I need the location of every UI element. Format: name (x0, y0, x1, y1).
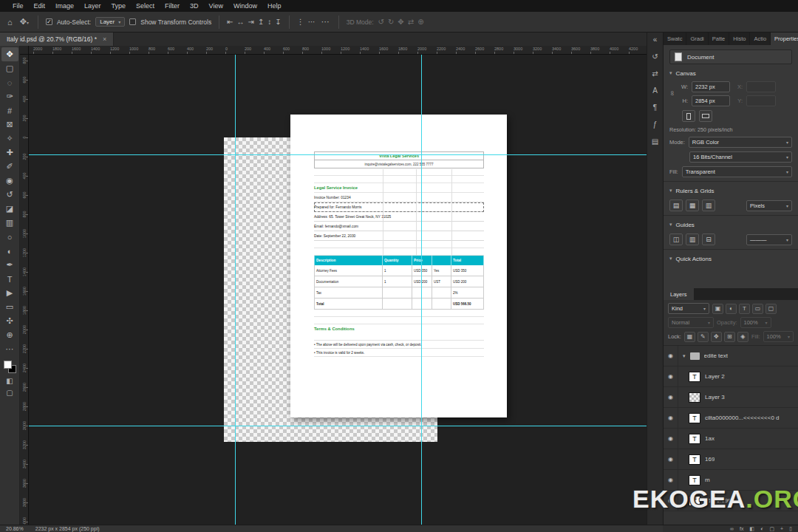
color-swatches[interactable] (4, 361, 16, 373)
orientation-portrait-button[interactable] (682, 110, 695, 122)
healing-brush-tool[interactable]: ✚ (1, 146, 18, 160)
layer-visibility-eye-icon[interactable]: ◉ (664, 429, 678, 449)
panel-tab-histo[interactable]: Histo (729, 33, 750, 45)
eraser-tool[interactable]: ◪ (1, 202, 18, 216)
guide-style-dropdown[interactable]: ———▾ (746, 234, 792, 245)
lock-pixels-icon[interactable]: ✎ (698, 332, 709, 342)
type-tool[interactable]: T (1, 272, 18, 286)
guide-vertical[interactable] (421, 55, 422, 525)
adjustment-layer-icon[interactable]: ◐ (760, 525, 763, 532)
layer-name[interactable]: m (705, 477, 710, 483)
menu-select[interactable]: Select (131, 0, 160, 12)
vertical-ruler[interactable]: 8006004002000200400600800100012001400160… (20, 55, 29, 525)
paragraph-panel-icon[interactable]: ¶ (653, 103, 657, 112)
rulers-grids-section-header[interactable]: ▾ Rulers & Grids (669, 185, 792, 197)
dodge-tool[interactable]: ◐ (1, 244, 18, 258)
opacity-field[interactable]: 100%▾ (740, 317, 771, 328)
edit-toolbar[interactable]: ⋯ (1, 342, 18, 356)
layer-row[interactable]: ◉▾edite text (664, 346, 798, 366)
filter-adjustment-icon[interactable]: ◐ (726, 304, 737, 314)
width-field[interactable]: 2232 px (692, 81, 730, 92)
text-layer-thumbnail[interactable]: T (689, 413, 700, 423)
3d-roll-icon[interactable]: ↻ (388, 18, 394, 26)
screen-mode-icon[interactable]: ▢ (6, 389, 13, 397)
layer-visibility-eye-icon[interactable]: ◉ (664, 449, 678, 469)
marquee-tool[interactable]: ▢ (1, 61, 18, 75)
layer-visibility-eye-icon[interactable]: ◉ (664, 387, 678, 407)
text-layer-thumbnail[interactable]: T (689, 372, 700, 382)
layer-name[interactable]: 1ax (705, 435, 715, 442)
clear-guides-icon[interactable]: ⊟ (702, 233, 715, 245)
menu-3d[interactable]: 3D (185, 0, 204, 12)
align-right-icon[interactable]: ⇥ (248, 18, 254, 26)
filter-type-icon[interactable]: T (739, 304, 750, 314)
grid-settings-icon[interactable]: ▥ (702, 200, 715, 211)
align-center-h-icon[interactable]: ↔ (237, 18, 245, 26)
panel-tab-patte[interactable]: Patte (709, 33, 730, 45)
crop-tool[interactable]: # (1, 103, 18, 117)
add-guide-icon[interactable]: ◫ (669, 233, 683, 245)
align-center-v-icon[interactable]: ↕ (267, 18, 271, 26)
layer-name[interactable]: 169 (705, 456, 715, 463)
auto-select-checkbox[interactable]: ✓ (46, 18, 52, 25)
layer-name[interactable]: Layer 2 (705, 373, 725, 380)
document-properties-row[interactable]: Document (669, 50, 792, 64)
document-tab[interactable]: Italy id.psd @ 20.7% (RGB/16) * × (0, 33, 114, 46)
lock-artboard-icon[interactable]: ⊞ (724, 332, 735, 342)
guides-section-header[interactable]: ▾ Guides (669, 219, 792, 231)
guide-horizontal[interactable] (29, 154, 647, 155)
show-transform-checkbox[interactable]: ✓ (129, 18, 136, 25)
quick-actions-section-header[interactable]: ▾ Quick Actions (669, 253, 792, 265)
blend-mode-dropdown[interactable]: Normal▾ (668, 317, 714, 328)
text-layer-thumbnail[interactable]: T (689, 434, 700, 444)
lasso-tool[interactable]: ◌ (1, 75, 18, 89)
guide-layout-icon[interactable]: ▥ (686, 233, 699, 245)
layer-visibility-eye-icon[interactable]: ◉ (664, 408, 678, 428)
layer-row[interactable]: ◉T169 (664, 449, 798, 470)
zoom-level[interactable]: 20.86% (6, 526, 24, 531)
canvas-fill-dropdown[interactable]: Transparent▾ (682, 166, 792, 177)
fill-field[interactable]: 100%▾ (763, 331, 794, 342)
menu-layer[interactable]: Layer (79, 0, 106, 12)
auto-select-dropdown[interactable]: Layer ▾ (95, 17, 125, 27)
link-dimensions-icon[interactable]: ∞ (669, 91, 676, 97)
delete-layer-icon[interactable]: ▯ (789, 525, 792, 532)
layer-row[interactable]: ◉T1ax (664, 429, 798, 449)
layer-visibility-eye-icon[interactable]: ◉ (664, 366, 678, 386)
history-brush-tool[interactable]: ↺ (1, 188, 18, 202)
menu-image[interactable]: Image (50, 0, 79, 12)
panel-tab-gradi[interactable]: Gradi (686, 33, 708, 45)
layer-name[interactable]: Layer 3 (705, 394, 725, 400)
horizontal-ruler[interactable]: 2000180016001400120010008006004002000200… (29, 46, 647, 55)
panel-tab-actio[interactable]: Actio (750, 33, 771, 45)
menu-view[interactable]: View (204, 0, 228, 12)
layer-row[interactable]: ◉Tcilta0000000...<<<<<<<<0 d (664, 408, 798, 429)
shape-tool[interactable]: ▭ (1, 300, 18, 314)
3d-scale-icon[interactable]: ⊕ (417, 18, 423, 26)
text-layer-thumbnail[interactable]: T (689, 454, 700, 465)
layer-mask-icon[interactable]: ◧ (750, 525, 755, 532)
adjustments-panel-icon[interactable]: ⇄ (652, 69, 658, 78)
layers-tab[interactable]: Layers (664, 288, 694, 300)
3d-rotate-icon[interactable]: ↺ (378, 18, 384, 26)
move-tool-options-icon[interactable]: ✥▾ (18, 17, 30, 27)
guide-horizontal[interactable] (29, 426, 647, 426)
menu-help[interactable]: Help (262, 0, 287, 12)
group-expand-chevron-icon[interactable]: ▾ (683, 353, 686, 359)
menu-type[interactable]: Type (106, 0, 132, 12)
brush-tool[interactable]: ✐ (1, 160, 18, 174)
height-field[interactable]: 2854 px (692, 95, 730, 106)
layer-row[interactable]: ◉Layer 3 (664, 387, 798, 408)
x-field[interactable] (746, 81, 776, 92)
align-top-icon[interactable]: ↥ (258, 18, 264, 26)
grid-icon[interactable]: ▦ (686, 200, 699, 211)
layer-group-icon[interactable]: ▢ (769, 525, 774, 532)
guide-vertical[interactable] (235, 55, 236, 525)
pen-tool[interactable]: ✒ (1, 258, 18, 272)
menu-edit[interactable]: Edit (29, 0, 51, 12)
panel-tab-swatc[interactable]: Swatc (664, 33, 686, 45)
home-icon[interactable]: ⌂ (6, 18, 14, 27)
collapse-panels-icon[interactable]: « (653, 35, 658, 44)
align-left-icon[interactable]: ⇤ (227, 18, 233, 26)
ruler-icon[interactable]: ▤ (669, 200, 683, 211)
